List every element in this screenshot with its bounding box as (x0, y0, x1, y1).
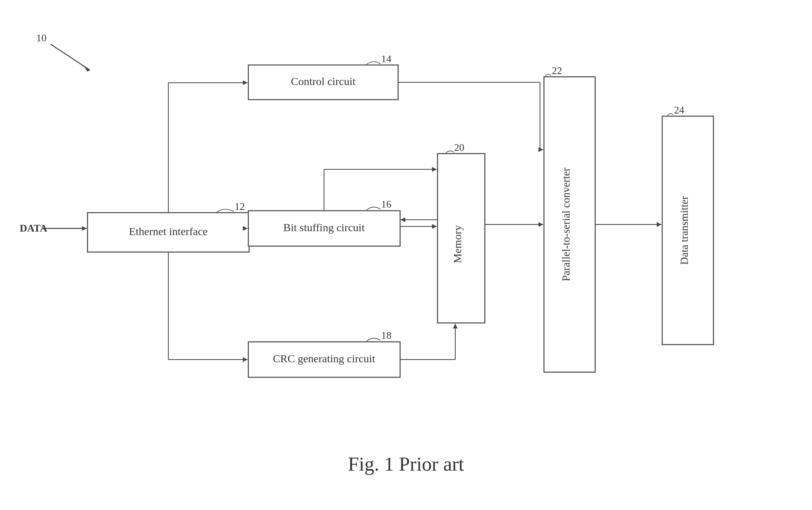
ref-10: 10 (36, 32, 47, 44)
memory-label: Memory (451, 225, 464, 263)
ref-18: 18 (381, 330, 391, 341)
datatx-label: Data transmitter (678, 196, 690, 265)
crc-label: CRC generating circuit (273, 352, 375, 365)
diagram-overlay: 10 DATA Ethernet interface 12 Control ci… (0, 0, 812, 510)
ref-14: 14 (381, 53, 391, 65)
control-label: Control circuit (291, 75, 356, 87)
ethernet-label: Ethernet interface (129, 225, 208, 237)
ref-20: 20 (454, 142, 464, 153)
p2s-label: Parallel-to-serial converter (560, 168, 572, 282)
figure-caption: Fig. 1 Prior art (348, 453, 464, 475)
ref-16: 16 (381, 198, 391, 210)
ref-12: 12 (235, 201, 245, 212)
ref-22: 22 (552, 65, 562, 76)
ref-24: 24 (674, 104, 684, 116)
bit-stuffing-label: Bit stuffing circuit (283, 221, 365, 234)
